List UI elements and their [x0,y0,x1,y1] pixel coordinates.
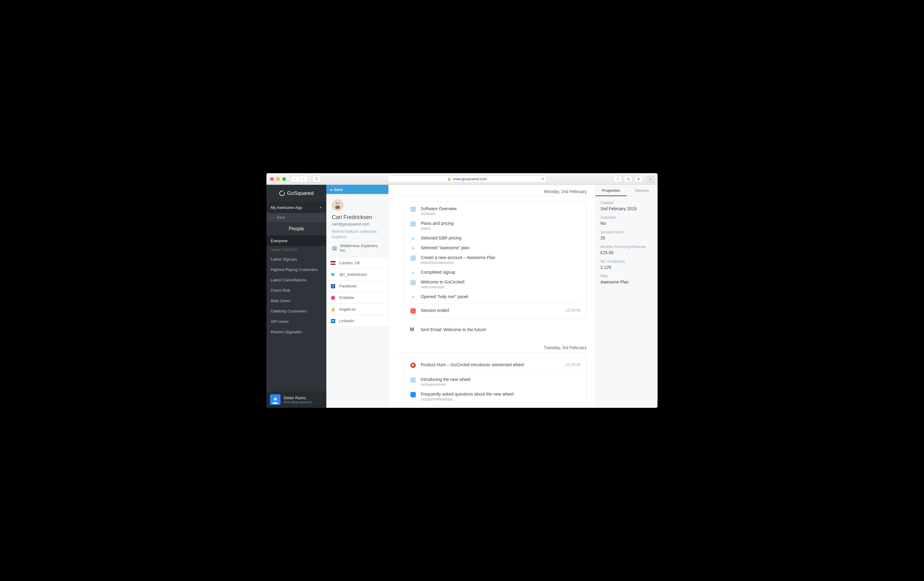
timeline-event[interactable]: Selected GBP pricing [405,233,586,243]
event-title: Software Overview [421,206,581,211]
building-icon: 🏢 [332,245,337,250]
sidebar-item-label: API Users [271,319,289,324]
page-marker-icon [410,280,416,285]
session-ended-event[interactable]: Session ended 12:34:45 [405,306,586,316]
timeline[interactable]: Monday, 2nd February Software Overview/s… [389,185,595,408]
dribbble-icon [331,295,335,300]
link-label: @c_fredricksen [339,272,367,277]
sidebar-item-api-users[interactable]: API Users [266,316,326,326]
profile-link-dribbble[interactable]: Dribbble [326,292,388,304]
event-title: Create a new account – Awesome Plan [421,255,581,260]
forward-button[interactable]: › [299,176,308,183]
event-time: 12:34:45 [565,362,581,367]
timeline-event[interactable]: Opened “help me!” panel [405,292,586,301]
timeline-event[interactable]: Frequently asked questions about the new… [405,389,586,404]
profile-back-button[interactable]: ◂ Back [326,185,388,194]
prop-label: No. of balloons [601,259,653,263]
close-window-icon[interactable] [270,177,274,181]
profile-link-location[interactable]: London, UK [326,257,388,269]
sidebar-toggle-icon[interactable]: ☰ [312,176,321,183]
back-button[interactable]: ‹ [291,176,299,183]
window-controls [270,177,286,181]
product-hunt-event[interactable]: P Product Hunt – GoCircled introduces re… [405,360,586,370]
twitter-icon: 🐦 [331,272,335,277]
linkedin-icon: in [331,319,335,324]
tab-devices[interactable]: Devices [627,185,658,196]
svg-point-0 [274,398,277,400]
prop-value: 2,129 [601,265,653,270]
action-marker-icon [412,247,414,250]
profile-link-angellist[interactable]: ✌ AngelList [326,304,388,315]
sidebar-item-latest-signups[interactable]: Latest Signups [266,254,326,264]
sidebar-item-latest-cancellations[interactable]: Latest Cancellations [266,275,326,285]
tab-label: Devices [635,188,649,193]
lock-icon: 🔒 [447,177,451,181]
timeline-event[interactable]: Introducing the new wheel/software/wheel [405,375,586,389]
url-bar[interactable]: 🔒 www.gosquared.com ⟳ [388,175,547,183]
sidebar-item-churn-risk[interactable]: Churn Risk [266,285,326,295]
brand[interactable]: GoSquared [266,185,326,202]
sidebar-item-beta-users[interactable]: Beta Users [266,295,326,306]
maximize-window-icon[interactable] [282,177,286,181]
downloads-icon[interactable]: ⬇ [634,176,643,183]
timeline-event[interactable]: Selected “Awesome” plan [405,243,586,253]
event-title: Sent Email: Welcome to the future! [421,327,487,332]
profile-email: carl@gosquared.com [332,222,383,226]
profile-back-label: Back [334,187,343,192]
app-selector[interactable]: My Awesome App ▼ [266,202,326,213]
sidebar-item-celebrity-customers[interactable]: Celebrity Customers [266,306,326,316]
prop-label: Plan [601,274,653,278]
tab-properties[interactable]: Properties [596,185,627,196]
prop-value: £25.00 [601,250,653,255]
event-path: /software [421,212,581,216]
timeline-event[interactable]: Welcome to GoCircled!/welcome/start [405,277,586,292]
profile-avatar [332,199,343,211]
profile-link-facebook[interactable]: f Facebook [326,280,388,292]
sidebar-back[interactable]: ← Back [266,213,326,222]
timeline-event[interactable]: Plans and pricing/plans [405,219,586,233]
svg-rect-3 [337,203,337,204]
properties-tabs: Properties Devices [596,185,658,196]
prop-label: Created [601,201,653,205]
email-event[interactable]: M Sent Email: Welcome to the future! [397,324,587,335]
user-footer[interactable]: Dieter Rams dieter@gosquared.… ⌃ [266,391,326,408]
event-title: Session ended [421,308,560,313]
reload-icon[interactable]: ⟳ [541,177,544,181]
sidebar-item-label: Highest Paying Customers [271,267,318,272]
timeline-event[interactable]: Create a new account – Awesome Plan/plan… [405,253,586,267]
profile-link-linkedin[interactable]: in LinkedIn [326,315,388,327]
nav-buttons: ‹ › [291,176,308,183]
timeline-event[interactable]: Software Overview/software [405,204,586,219]
flag-icon [331,260,335,265]
profile-link-twitter[interactable]: 🐦 @c_fredricksen [326,269,388,280]
profile-company: 🏢 Wilderness Explorers, Inc. [332,244,383,253]
sidebar-item-everyone[interactable]: Everyone [266,235,326,246]
session-card: Software Overview/software Plans and pri… [404,202,587,318]
share-icon[interactable]: ⇪ [614,176,622,183]
arrow-left-icon: ← [271,216,274,220]
company-name: Wilderness Explorers, Inc. [340,244,383,253]
page-marker-icon [410,255,416,261]
tabs-icon[interactable]: ⧉ [624,176,632,183]
event-title: Product Hunt – GoCircled introduces rein… [421,362,560,367]
sidebar-item-highest-paying[interactable]: Highest Paying Customers [266,264,326,275]
minimize-window-icon[interactable] [276,177,280,181]
profile-links: London, UK 🐦 @c_fredricksen f Facebook D… [326,257,388,327]
smart-groups-header: SMART GROUPS [266,246,326,254]
angellist-icon: ✌ [331,307,335,312]
action-marker-icon [412,272,414,274]
sidebar-item-recent-upgrades[interactable]: Recent Upgrades [266,326,326,337]
event-path: /welcome/start [421,285,581,289]
prop-value: No [601,221,653,226]
sidebar-item-label: Beta Users [271,298,290,303]
sidebar: GoSquared My Awesome App ▼ ← Back People… [266,185,326,408]
prop-label: Session count [601,230,653,234]
new-tab-button[interactable]: + [647,176,654,183]
toolbar-right: ⇪ ⧉ ⬇ [614,176,643,183]
property-list: Created 2nd February 2015 Activated No S… [596,196,658,285]
action-marker-icon [412,237,414,240]
timeline-event[interactable]: Completed signup [405,267,586,277]
user-email: dieter@gosquared.… [284,400,317,404]
prop-label: Activated [601,216,653,220]
chevron-down-icon: ▼ [319,206,322,209]
